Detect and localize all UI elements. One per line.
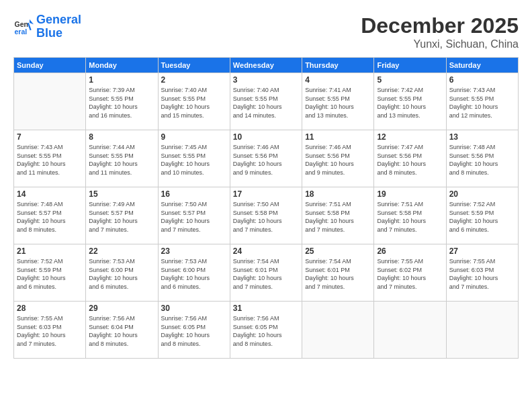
day-info: Sunrise: 7:43 AM Sunset: 5:55 PM Dayligh… xyxy=(449,86,515,120)
calendar-cell xyxy=(14,73,86,130)
day-info: Sunrise: 7:55 AM Sunset: 6:03 PM Dayligh… xyxy=(449,257,515,291)
day-number: 19 xyxy=(377,189,443,199)
day-info: Sunrise: 7:54 AM Sunset: 6:01 PM Dayligh… xyxy=(305,257,371,291)
calendar-week-row: 21Sunrise: 7:52 AM Sunset: 5:59 PM Dayli… xyxy=(14,244,519,302)
calendar-cell: 12Sunrise: 7:47 AM Sunset: 5:56 PM Dayli… xyxy=(374,130,446,187)
calendar-cell: 5Sunrise: 7:42 AM Sunset: 5:55 PM Daylig… xyxy=(374,73,446,130)
day-number: 9 xyxy=(161,132,227,142)
day-number: 14 xyxy=(17,189,83,199)
day-info: Sunrise: 7:40 AM Sunset: 5:55 PM Dayligh… xyxy=(233,86,299,120)
day-number: 17 xyxy=(233,189,299,199)
day-number: 21 xyxy=(17,246,83,256)
calendar-cell: 26Sunrise: 7:55 AM Sunset: 6:02 PM Dayli… xyxy=(374,244,446,302)
calendar-cell: 20Sunrise: 7:52 AM Sunset: 5:59 PM Dayli… xyxy=(446,187,518,244)
title-section: December 2025 Yunxi, Sichuan, China xyxy=(361,13,519,50)
calendar-cell: 16Sunrise: 7:50 AM Sunset: 5:57 PM Dayli… xyxy=(158,187,230,244)
day-number: 22 xyxy=(89,246,154,256)
day-info: Sunrise: 7:47 AM Sunset: 5:56 PM Dayligh… xyxy=(377,143,443,177)
day-number: 31 xyxy=(233,304,299,313)
calendar-cell xyxy=(446,302,518,359)
calendar-cell: 22Sunrise: 7:53 AM Sunset: 6:00 PM Dayli… xyxy=(86,244,158,302)
calendar-cell: 31Sunrise: 7:56 AM Sunset: 6:05 PM Dayli… xyxy=(230,302,302,359)
day-number: 30 xyxy=(161,304,227,313)
day-info: Sunrise: 7:50 AM Sunset: 5:58 PM Dayligh… xyxy=(233,200,299,234)
day-info: Sunrise: 7:43 AM Sunset: 5:55 PM Dayligh… xyxy=(17,143,83,177)
day-info: Sunrise: 7:52 AM Sunset: 5:59 PM Dayligh… xyxy=(17,257,83,291)
calendar-week-row: 1Sunrise: 7:39 AM Sunset: 5:55 PM Daylig… xyxy=(14,73,519,130)
day-info: Sunrise: 7:48 AM Sunset: 5:57 PM Dayligh… xyxy=(17,200,83,234)
day-info: Sunrise: 7:41 AM Sunset: 5:55 PM Dayligh… xyxy=(305,86,371,120)
calendar-cell: 23Sunrise: 7:53 AM Sunset: 6:00 PM Dayli… xyxy=(158,244,230,302)
day-info: Sunrise: 7:51 AM Sunset: 5:58 PM Dayligh… xyxy=(305,200,371,234)
calendar-cell: 21Sunrise: 7:52 AM Sunset: 5:59 PM Dayli… xyxy=(14,244,86,302)
day-info: Sunrise: 7:55 AM Sunset: 6:03 PM Dayligh… xyxy=(17,314,83,348)
day-info: Sunrise: 7:46 AM Sunset: 5:56 PM Dayligh… xyxy=(305,143,371,177)
day-number: 7 xyxy=(17,132,83,142)
day-number: 20 xyxy=(449,189,515,199)
day-info: Sunrise: 7:45 AM Sunset: 5:55 PM Dayligh… xyxy=(161,143,227,177)
calendar-week-row: 14Sunrise: 7:48 AM Sunset: 5:57 PM Dayli… xyxy=(14,187,519,244)
day-info: Sunrise: 7:53 AM Sunset: 6:00 PM Dayligh… xyxy=(89,257,154,291)
day-number: 26 xyxy=(377,246,443,256)
day-number: 25 xyxy=(305,246,371,256)
day-number: 24 xyxy=(233,246,299,256)
calendar-cell: 24Sunrise: 7:54 AM Sunset: 6:01 PM Dayli… xyxy=(230,244,302,302)
day-number: 1 xyxy=(89,75,154,85)
calendar-cell: 19Sunrise: 7:51 AM Sunset: 5:58 PM Dayli… xyxy=(374,187,446,244)
calendar-cell: 7Sunrise: 7:43 AM Sunset: 5:55 PM Daylig… xyxy=(14,130,86,187)
logo-text: General Blue xyxy=(36,13,81,40)
calendar-table: SundayMondayTuesdayWednesdayThursdayFrid… xyxy=(13,57,519,359)
day-number: 2 xyxy=(161,75,227,85)
calendar-cell: 14Sunrise: 7:48 AM Sunset: 5:57 PM Dayli… xyxy=(14,187,86,244)
calendar-cell: 27Sunrise: 7:55 AM Sunset: 6:03 PM Dayli… xyxy=(446,244,518,302)
day-number: 12 xyxy=(377,132,443,142)
calendar-cell: 18Sunrise: 7:51 AM Sunset: 5:58 PM Dayli… xyxy=(302,187,374,244)
day-info: Sunrise: 7:39 AM Sunset: 5:55 PM Dayligh… xyxy=(89,86,154,120)
weekday-header: Monday xyxy=(86,58,158,73)
calendar-cell: 13Sunrise: 7:48 AM Sunset: 5:56 PM Dayli… xyxy=(446,130,518,187)
calendar-cell: 9Sunrise: 7:45 AM Sunset: 5:55 PM Daylig… xyxy=(158,130,230,187)
day-number: 6 xyxy=(449,75,515,85)
day-number: 8 xyxy=(89,132,154,142)
calendar-header-row: SundayMondayTuesdayWednesdayThursdayFrid… xyxy=(14,58,519,73)
day-number: 11 xyxy=(305,132,371,142)
weekday-header: Thursday xyxy=(302,58,374,73)
svg-marker-2 xyxy=(30,19,34,25)
calendar-cell: 29Sunrise: 7:56 AM Sunset: 6:04 PM Dayli… xyxy=(86,302,158,359)
day-info: Sunrise: 7:48 AM Sunset: 5:56 PM Dayligh… xyxy=(449,143,515,177)
weekday-header: Friday xyxy=(374,58,446,73)
calendar-cell: 4Sunrise: 7:41 AM Sunset: 5:55 PM Daylig… xyxy=(302,73,374,130)
calendar-cell: 11Sunrise: 7:46 AM Sunset: 5:56 PM Dayli… xyxy=(302,130,374,187)
month-title: December 2025 xyxy=(361,13,519,38)
calendar-week-row: 28Sunrise: 7:55 AM Sunset: 6:03 PM Dayli… xyxy=(14,302,519,359)
calendar-cell: 25Sunrise: 7:54 AM Sunset: 6:01 PM Dayli… xyxy=(302,244,374,302)
calendar-cell: 3Sunrise: 7:40 AM Sunset: 5:55 PM Daylig… xyxy=(230,73,302,130)
weekday-header: Saturday xyxy=(446,58,518,73)
calendar-cell xyxy=(302,302,374,359)
day-number: 4 xyxy=(305,75,371,85)
location-title: Yunxi, Sichuan, China xyxy=(361,38,519,50)
day-number: 23 xyxy=(161,246,227,256)
day-info: Sunrise: 7:51 AM Sunset: 5:58 PM Dayligh… xyxy=(377,200,443,234)
calendar-cell xyxy=(374,302,446,359)
weekday-header: Sunday xyxy=(14,58,86,73)
calendar-week-row: 7Sunrise: 7:43 AM Sunset: 5:55 PM Daylig… xyxy=(14,130,519,187)
day-number: 5 xyxy=(377,75,443,85)
day-number: 29 xyxy=(89,304,154,313)
day-info: Sunrise: 7:56 AM Sunset: 6:05 PM Dayligh… xyxy=(233,314,299,348)
day-number: 16 xyxy=(161,189,227,199)
calendar-cell: 1Sunrise: 7:39 AM Sunset: 5:55 PM Daylig… xyxy=(86,73,158,130)
calendar-cell: 8Sunrise: 7:44 AM Sunset: 5:55 PM Daylig… xyxy=(86,130,158,187)
day-number: 27 xyxy=(449,246,515,256)
calendar-cell: 17Sunrise: 7:50 AM Sunset: 5:58 PM Dayli… xyxy=(230,187,302,244)
day-info: Sunrise: 7:56 AM Sunset: 6:04 PM Dayligh… xyxy=(89,314,154,348)
calendar-cell: 15Sunrise: 7:49 AM Sunset: 5:57 PM Dayli… xyxy=(86,187,158,244)
weekday-header: Tuesday xyxy=(158,58,230,73)
day-number: 10 xyxy=(233,132,299,142)
day-info: Sunrise: 7:54 AM Sunset: 6:01 PM Dayligh… xyxy=(233,257,299,291)
day-info: Sunrise: 7:46 AM Sunset: 5:56 PM Dayligh… xyxy=(233,143,299,177)
weekday-header: Wednesday xyxy=(230,58,302,73)
day-number: 18 xyxy=(305,189,371,199)
svg-text:eral: eral xyxy=(15,27,28,35)
day-number: 15 xyxy=(89,189,154,199)
